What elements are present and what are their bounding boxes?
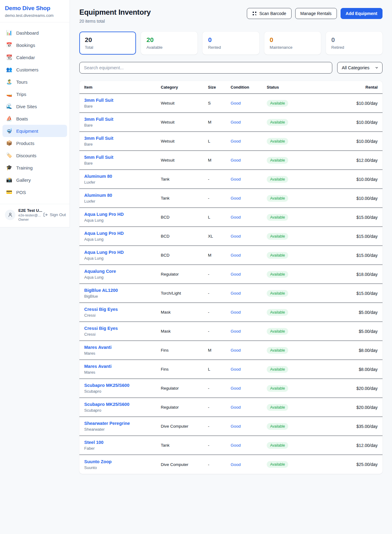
manage-rentals-button[interactable]: Manage Rentals <box>295 8 337 19</box>
stat-card-maintenance[interactable]: 0 Maintenance <box>264 32 321 55</box>
item-name-link[interactable]: Mares Avanti <box>84 364 161 369</box>
sidebar-item-training[interactable]: 🎓 Training <box>2 162 67 174</box>
item-name-link[interactable]: 3mm Full Suit <box>84 98 161 103</box>
search-input[interactable] <box>79 62 332 74</box>
item-name-link[interactable]: 5mm Full Suit <box>84 155 161 160</box>
item-condition-link[interactable]: Good <box>231 272 267 277</box>
stat-card-rented[interactable]: 0 Rented <box>202 32 259 55</box>
item-rental-rate: $5.00/day <box>319 329 378 334</box>
item-category: BCD <box>161 253 208 257</box>
sidebar-item-discounts[interactable]: 🏷️ Discounts <box>2 149 67 162</box>
item-condition-link[interactable]: Good <box>231 139 267 143</box>
equipment-icon: 🤿 <box>6 128 12 133</box>
sidebar-item-trips[interactable]: 🚤 Trips <box>2 88 67 100</box>
stat-card-retired[interactable]: 0 Retired <box>326 32 383 55</box>
status-badge: Available <box>267 366 288 373</box>
item-name-link[interactable]: Scubapro MK25/S600 <box>84 383 161 388</box>
sidebar-item-boats[interactable]: ⛵ Boats <box>2 113 67 125</box>
item-size: - <box>208 329 231 334</box>
stat-value: 20 <box>146 36 192 44</box>
table-row: 3mm Full Suit Bare Wetsuit S Good Availa… <box>79 94 383 113</box>
item-name-link[interactable]: Suunto Zoop <box>84 459 161 464</box>
item-rental-rate: $35.00/day <box>319 424 378 429</box>
equipment-table: Item Category Size Condition Status Rent… <box>79 81 383 474</box>
scan-barcode-button[interactable]: Scan Barcode <box>247 8 292 19</box>
item-brand: Cressi <box>84 332 161 337</box>
item-condition-link[interactable]: Good <box>231 462 267 467</box>
sidebar-item-calendar[interactable]: 📆 Calendar <box>2 51 67 63</box>
add-equipment-button[interactable]: Add Equipment <box>341 8 383 19</box>
status-badge: Available <box>267 195 288 202</box>
item-name-link[interactable]: Shearwater Peregrine <box>84 421 161 426</box>
sidebar-item-equipment[interactable]: 🤿 Equipment <box>2 125 67 137</box>
item-condition-link[interactable]: Good <box>231 291 267 296</box>
stat-card-available[interactable]: 20 Available <box>141 32 198 55</box>
item-condition-link[interactable]: Good <box>231 443 267 448</box>
item-condition-link[interactable]: Good <box>231 367 267 372</box>
column-header-status: Status <box>267 85 319 90</box>
item-condition-link[interactable]: Good <box>231 196 267 200</box>
item-condition-link[interactable]: Good <box>231 101 267 105</box>
stat-card-total[interactable]: 20 Total <box>79 32 136 55</box>
item-name-link[interactable]: Aqua Lung Pro HD <box>84 212 161 217</box>
item-name-link[interactable]: Steel 100 <box>84 440 161 445</box>
item-rental-rate: $18.00/day <box>319 272 378 277</box>
item-brand: Faber <box>84 446 161 451</box>
item-name-link[interactable]: BigBlue AL1200 <box>84 288 161 293</box>
item-brand: Luxfer <box>84 180 161 185</box>
table-row: Aqualung Core Aqua Lung Regulator - Good… <box>79 265 383 284</box>
item-name-link[interactable]: 3mm Full Suit <box>84 136 161 141</box>
sign-out-button[interactable]: Sign Out <box>43 212 66 217</box>
item-name-link[interactable]: Aluminum 80 <box>84 174 161 179</box>
item-rental-rate: $8.00/day <box>319 367 378 372</box>
item-name-link[interactable]: Aluminum 80 <box>84 193 161 198</box>
table-row: Aluminum 80 Luxfer Tank - Good Available… <box>79 189 383 208</box>
page-title-block: Equipment Inventory 20 items total <box>79 8 151 24</box>
table-header-row: Item Category Size Condition Status Rent… <box>79 81 383 94</box>
sidebar-item-dive-sites[interactable]: 🌊 Dive Sites <box>2 100 67 113</box>
sidebar-item-products[interactable]: 📦 Products <box>2 137 67 149</box>
barcode-scan-icon <box>252 11 257 16</box>
item-condition-link[interactable]: Good <box>231 329 267 334</box>
brand-name[interactable]: Demo Dive Shop <box>5 5 65 12</box>
sidebar-item-tours[interactable]: 🏝️ Tours <box>2 76 67 88</box>
item-condition-link[interactable]: Good <box>231 253 267 257</box>
item-category: Fins <box>161 348 208 353</box>
item-condition-link[interactable]: Good <box>231 386 267 391</box>
sidebar-item-customers[interactable]: 👥 Customers <box>2 63 67 76</box>
sidebar-item-pos[interactable]: 💳 POS <box>2 186 67 198</box>
item-name-link[interactable]: Aqua Lung Pro HD <box>84 231 161 236</box>
stats-row: 20 Total 20 Available 0 Rented 0 Mainten… <box>79 32 383 55</box>
item-size: L <box>208 139 231 143</box>
item-name-link[interactable]: 3mm Full Suit <box>84 117 161 122</box>
item-name-link[interactable]: Cressi Big Eyes <box>84 307 161 312</box>
item-condition-link[interactable]: Good <box>231 310 267 315</box>
item-size: - <box>208 443 231 448</box>
item-name-link[interactable]: Cressi Big Eyes <box>84 326 161 331</box>
item-condition-link[interactable]: Good <box>231 348 267 353</box>
item-rental-rate: $15.00/day <box>319 291 378 296</box>
item-name-link[interactable]: Aqualung Core <box>84 269 161 274</box>
item-name-link[interactable]: Scubapro MK25/S600 <box>84 402 161 407</box>
item-size: M <box>208 120 231 124</box>
item-condition-link[interactable]: Good <box>231 424 267 429</box>
item-condition-link[interactable]: Good <box>231 120 267 124</box>
sidebar-item-label: Customers <box>16 67 39 72</box>
item-category: Regulator <box>161 386 208 391</box>
category-select[interactable]: All Categories <box>337 62 383 74</box>
sidebar-item-gallery[interactable]: 📸 Gallery <box>2 174 67 186</box>
item-name-link[interactable]: Mares Avanti <box>84 345 161 350</box>
filters-row: All Categories <box>79 62 383 74</box>
item-condition-link[interactable]: Good <box>231 177 267 181</box>
item-condition-link[interactable]: Good <box>231 405 267 410</box>
main-content: Equipment Inventory 20 items total Sca <box>70 0 392 486</box>
item-condition-link[interactable]: Good <box>231 158 267 162</box>
item-condition-link[interactable]: Good <box>231 215 267 219</box>
item-condition-link[interactable]: Good <box>231 234 267 238</box>
sidebar-item-dashboard[interactable]: 📊 Dashboard <box>2 27 67 39</box>
item-name-link[interactable]: Aqua Lung Pro HD <box>84 250 161 255</box>
item-category: Wetsuit <box>161 101 208 105</box>
sidebar-item-bookings[interactable]: 📅 Bookings <box>2 39 67 51</box>
status-badge: Available <box>267 214 288 221</box>
status-badge: Available <box>267 423 288 430</box>
